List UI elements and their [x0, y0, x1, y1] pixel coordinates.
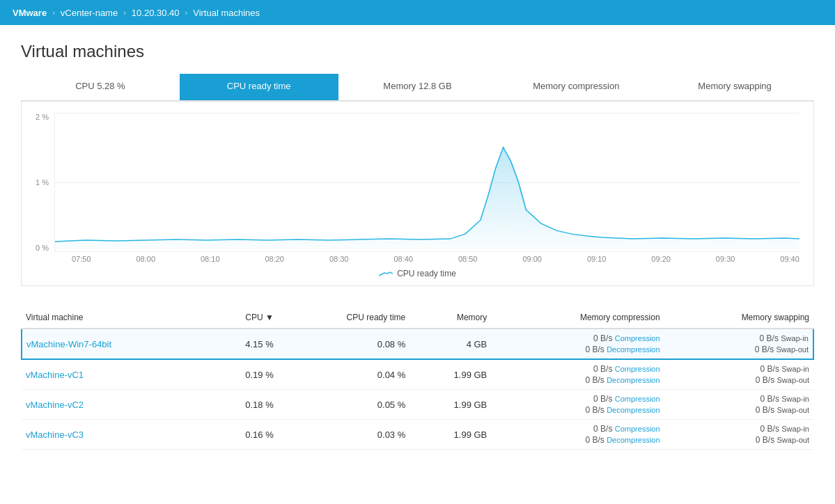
table-header-row: Virtual machine CPU ▼ CPU ready time Mem… [22, 307, 813, 329]
tab-cpu[interactable]: CPU 5.28 % [21, 74, 180, 100]
tab-bar: CPU 5.28 % CPU ready time Memory 12.8 GB… [21, 74, 814, 101]
memory-cell: 1.99 GB [409, 390, 491, 420]
x-label-3: 08:20 [265, 255, 284, 263]
cpu-cell: 0.19 % [206, 359, 278, 390]
memory-cell: 1.99 GB [409, 420, 491, 450]
legend-icon [379, 270, 393, 277]
page-content: Virtual machines CPU 5.28 % CPU ready ti… [0, 25, 835, 466]
x-label-5: 08:40 [393, 255, 413, 263]
topbar-vmware[interactable]: VMware [7, 8, 52, 18]
x-label-6: 08:50 [458, 255, 478, 263]
x-label-9: 09:20 [651, 255, 671, 263]
mem-compress-cell: 0 B/s Compression 0 B/s Decompression [491, 420, 664, 450]
cpu-ready-cell: 0.03 % [278, 420, 410, 450]
vm-table: Virtual machine CPU ▼ CPU ready time Mem… [21, 307, 814, 450]
col-cpu[interactable]: CPU ▼ [206, 307, 278, 329]
vm-name-cell[interactable]: vMachine-vC2 [22, 390, 206, 420]
mem-swap-cell: 0 B/s Swap-in 0 B/s Swap-out [664, 359, 813, 390]
chart-area [54, 113, 799, 252]
page-title: Virtual machines [21, 42, 814, 61]
table-row[interactable]: vMachine-vC10.19 %0.04 %1.99 GB 0 B/s Co… [22, 359, 813, 390]
legend-label: CPU ready time [397, 269, 456, 278]
chart-x-axis: 07:50 08:00 08:10 08:20 08:30 08:40 08:5… [72, 252, 799, 263]
chart-y-axis: 2 % 1 % 0 % [36, 113, 54, 252]
col-mem-compress[interactable]: Memory compression [491, 307, 664, 329]
x-label-7: 09:00 [522, 255, 542, 263]
chart-svg [55, 113, 799, 251]
grid-line-bottom [55, 251, 799, 252]
table-row[interactable]: vMachine-vC20.18 %0.05 %1.99 GB 0 B/s Co… [22, 390, 813, 420]
mem-compress-cell: 0 B/s Compression 0 B/s Decompression [491, 390, 664, 420]
col-cpu-ready[interactable]: CPU ready time [278, 307, 410, 329]
col-mem-swap[interactable]: Memory swapping [664, 307, 813, 329]
mem-swap-cell: 0 B/s Swap-in 0 B/s Swap-out [664, 420, 813, 450]
cpu-ready-cell: 0.08 % [278, 329, 410, 359]
memory-cell: 1.99 GB [409, 359, 491, 390]
topbar: VMware › vCenter-name › 10.20.30.40 › Vi… [0, 0, 835, 25]
y-label-1: 1 % [36, 178, 49, 187]
mem-compress-cell: 0 B/s Compression 0 B/s Decompression [491, 359, 664, 390]
y-label-0: 0 % [36, 244, 49, 252]
tab-memory-compression[interactable]: Memory compression [497, 74, 655, 100]
cpu-cell: 4.15 % [206, 329, 278, 359]
y-label-2: 2 % [36, 113, 49, 121]
mem-swap-cell: 0 B/s Swap-in 0 B/s Swap-out [664, 329, 813, 359]
col-vm[interactable]: Virtual machine [22, 307, 206, 329]
memory-cell: 4 GB [409, 329, 491, 359]
x-label-0: 07:50 [72, 255, 91, 263]
x-label-4: 08:30 [329, 255, 349, 263]
topbar-vcenter[interactable]: vCenter-name [55, 8, 123, 18]
x-label-10: 09:30 [716, 255, 735, 263]
vm-name-cell[interactable]: vMachine-vC3 [22, 420, 206, 450]
chart-wrap: 2 % 1 % 0 % [36, 113, 799, 252]
table-row[interactable]: vMachine-Win7-64bit4.15 %0.08 %4 GB 0 B/… [22, 329, 813, 359]
tab-memory[interactable]: Memory 12.8 GB [338, 74, 497, 100]
tab-memory-swapping[interactable]: Memory swapping [655, 74, 814, 100]
vm-name-cell[interactable]: vMachine-Win7-64bit [22, 329, 206, 359]
x-label-1: 08:00 [136, 255, 155, 263]
tab-cpu-ready[interactable]: CPU ready time [180, 74, 338, 100]
mem-swap-cell: 0 B/s Swap-in 0 B/s Swap-out [664, 390, 813, 420]
chart-legend: CPU ready time [36, 269, 799, 278]
topbar-ip[interactable]: 10.20.30.40 [126, 8, 185, 18]
table-row[interactable]: vMachine-vC30.16 %0.03 %1.99 GB 0 B/s Co… [22, 420, 813, 450]
chart-container: 2 % 1 % 0 % [21, 101, 814, 286]
x-label-11: 09:40 [780, 255, 799, 263]
cpu-cell: 0.18 % [206, 390, 278, 420]
cpu-ready-cell: 0.05 % [278, 390, 410, 420]
cpu-ready-cell: 0.04 % [278, 359, 410, 390]
topbar-vms[interactable]: Virtual machines [187, 8, 265, 18]
col-memory[interactable]: Memory [409, 307, 491, 329]
x-label-2: 08:10 [201, 255, 220, 263]
vm-name-cell[interactable]: vMachine-vC1 [22, 359, 206, 390]
x-label-8: 09:10 [587, 255, 607, 263]
mem-compress-cell: 0 B/s Compression 0 B/s Decompression [491, 329, 664, 359]
cpu-cell: 0.16 % [206, 420, 278, 450]
